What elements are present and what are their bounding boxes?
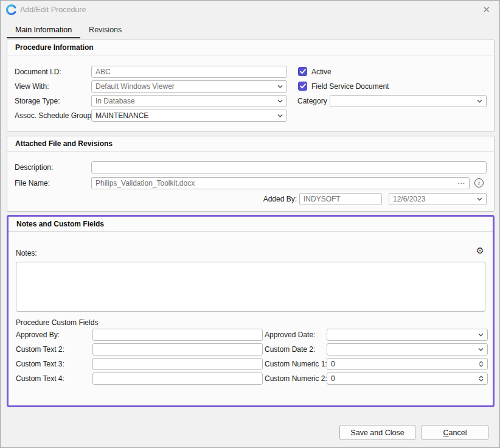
active-checkbox-label: Active [311, 67, 332, 77]
window-title: Add/Edit Procedure [20, 1, 86, 19]
custom-numeric-2-label: Custom Numeric 2: [265, 373, 327, 385]
save-and-close-button[interactable]: Save and Close [339, 425, 415, 440]
custom-date-2-label: Custom Date 2: [265, 343, 315, 355]
view-with-value: Default Windows Viewer [95, 82, 275, 91]
titlebar: Add/Edit Procedure ✕ [1, 1, 499, 20]
custom-text-2-label: Custom Text 2: [16, 343, 64, 355]
cancel-button-label: ancel [449, 429, 467, 437]
procedure-information-section: Procedure Information Document I.D: ABC … [7, 40, 495, 132]
custom-text-3-field[interactable] [92, 358, 263, 370]
section-title: Notes and Custom Fields [9, 217, 493, 232]
chevron-down-icon [477, 197, 482, 201]
added-date-value: 12/6/2023 [393, 195, 474, 203]
storage-type-label: Storage Type: [15, 95, 60, 107]
app-logo-icon [5, 4, 18, 16]
chevron-down-icon [277, 114, 283, 117]
notes-and-custom-fields-section: Notes and Custom Fields Notes: ⚙ Procedu… [7, 215, 495, 407]
custom-text-4-field[interactable] [92, 373, 263, 385]
schedule-group-label: Assoc. Schedule Group: [15, 110, 93, 122]
file-name-value: Philips_Validation_Toolkit.docx [95, 179, 455, 187]
custom-numeric-2-stepper[interactable]: 0 [327, 373, 488, 385]
field-service-document-checkbox-label: Field Service Document [311, 82, 389, 91]
spinner-up-down-icon[interactable] [479, 376, 484, 382]
notes-label: Notes: [16, 247, 37, 259]
description-field[interactable] [91, 161, 487, 173]
cancel-button-mnemonic: C [443, 429, 449, 437]
spinner-up-down-icon[interactable] [479, 361, 484, 367]
approved-date-dropdown[interactable] [327, 329, 488, 341]
custom-date-2-dropdown[interactable] [327, 343, 488, 355]
save-and-close-button-label: Save and Close [350, 429, 404, 437]
section-title: Procedure Information [7, 40, 494, 55]
custom-numeric-1-label: Custom Numeric 1: [265, 358, 327, 370]
storage-type-dropdown[interactable]: In Database [91, 95, 287, 107]
field-service-document-checkbox[interactable] [298, 82, 307, 91]
description-label: Description: [15, 161, 53, 173]
file-name-label: File Name: [15, 177, 50, 189]
custom-numeric-1-value: 0 [331, 360, 476, 368]
add-edit-procedure-dialog: Add/Edit Procedure ✕ Main Information Re… [0, 0, 500, 448]
document-id-label: Document I.D: [15, 66, 61, 78]
chevron-down-icon [478, 333, 484, 337]
added-by-field[interactable]: INDYSOFT [299, 193, 382, 205]
chevron-down-icon [478, 348, 484, 351]
close-icon[interactable]: ✕ [479, 1, 493, 19]
approved-by-field[interactable] [92, 329, 263, 341]
schedule-group-value: MAINTENANCE [95, 111, 275, 120]
tab-revisions[interactable]: Revisions [80, 24, 130, 38]
custom-fields-title: Procedure Custom Fields [16, 317, 98, 329]
tab-main-information-label: Main Information [15, 26, 72, 34]
info-icon[interactable]: i [474, 178, 484, 187]
custom-numeric-2-value: 0 [331, 374, 476, 383]
tab-bar: Main Information Revisions [7, 24, 130, 38]
added-by-label: Added By: [251, 193, 297, 205]
file-name-field[interactable]: Philips_Validation_Toolkit.docx ⋯ [91, 177, 470, 189]
settings-gear-icon[interactable]: ⚙ [476, 246, 484, 256]
category-label: Category [297, 95, 327, 107]
custom-text-4-label: Custom Text 4: [16, 373, 64, 385]
view-with-dropdown[interactable]: Default Windows Viewer [91, 80, 287, 93]
chevron-down-icon [277, 99, 283, 103]
chevron-down-icon [277, 85, 283, 88]
browse-ellipsis-button[interactable]: ⋯ [457, 179, 465, 187]
attached-file-section: Attached File and Revisions Description:… [7, 136, 495, 212]
tab-main-information[interactable]: Main Information [7, 24, 80, 38]
approved-by-label: Approved By: [16, 329, 60, 341]
document-id-value: ABC [95, 68, 283, 76]
schedule-group-dropdown[interactable]: MAINTENANCE [91, 110, 287, 122]
notes-textarea[interactable] [16, 262, 485, 312]
tab-revisions-label: Revisions [89, 26, 122, 34]
added-date-dropdown[interactable]: 12/6/2023 [389, 193, 487, 205]
approved-date-label: Approved Date: [265, 329, 315, 341]
custom-text-3-label: Custom Text 3: [16, 358, 64, 370]
custom-text-2-field[interactable] [92, 343, 263, 355]
storage-type-value: In Database [95, 97, 275, 105]
active-checkbox[interactable] [298, 67, 307, 76]
category-dropdown[interactable] [330, 95, 487, 107]
document-id-field[interactable]: ABC [91, 66, 287, 78]
view-with-label: View With: [15, 80, 49, 93]
custom-numeric-1-stepper[interactable]: 0 [327, 358, 488, 370]
added-by-value: INDYSOFT [304, 195, 378, 203]
cancel-button[interactable]: Cancel [422, 425, 488, 440]
chevron-down-icon [477, 99, 482, 103]
section-title: Attached File and Revisions [7, 136, 494, 152]
